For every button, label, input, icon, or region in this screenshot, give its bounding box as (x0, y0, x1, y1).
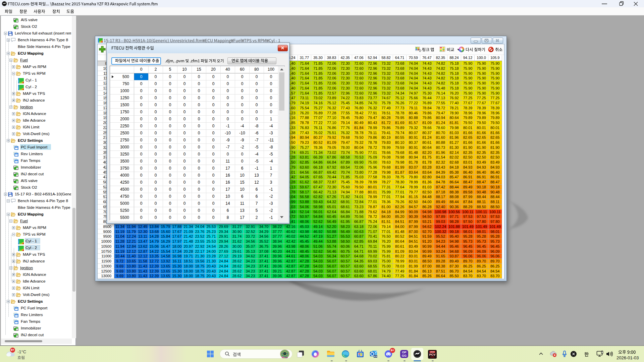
svg-text:NEW: NEW (374, 356, 378, 357)
